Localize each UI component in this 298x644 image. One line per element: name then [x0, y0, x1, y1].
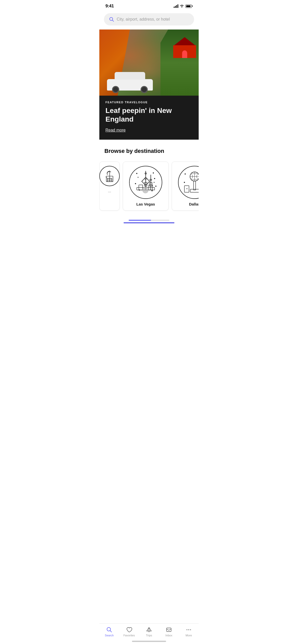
- destination-scroll[interactable]: …: [99, 159, 199, 215]
- svg-point-12: [154, 178, 155, 179]
- browse-title: Browse by destination: [99, 148, 199, 154]
- barn-illustration: [173, 37, 196, 57]
- svg-line-1: [113, 20, 114, 22]
- svg-point-30: [185, 174, 186, 174]
- destination-icon-las-vegas: [129, 166, 162, 199]
- travelogue-image: [99, 30, 199, 96]
- scroll-progress: [99, 215, 199, 227]
- status-icons: [174, 4, 193, 8]
- svg-point-0: [110, 18, 113, 21]
- search-bar[interactable]: City, airport, address, or hotel: [104, 13, 194, 25]
- svg-point-14: [156, 186, 156, 187]
- svg-rect-40: [194, 181, 196, 190]
- svg-point-33: [184, 182, 185, 183]
- progress-bar-2: [124, 222, 174, 223]
- destination-name-dallas: Dallas: [189, 202, 199, 206]
- svg-point-35: [187, 188, 187, 189]
- wifi-icon: [180, 5, 184, 8]
- svg-point-11: [153, 173, 154, 173]
- progress-bar-1: [129, 220, 169, 221]
- status-time: 9:41: [105, 4, 114, 9]
- battery-icon: [185, 5, 193, 8]
- read-more-link[interactable]: Read more: [105, 128, 126, 133]
- destination-card-dallas[interactable]: Dallas: [172, 162, 199, 211]
- car-illustration: [107, 79, 153, 91]
- las-vegas-dot: [142, 187, 148, 193]
- travelogue-content: FEATURED TRAVELOGUE Leaf peepin' in New …: [99, 96, 199, 140]
- travelogue-title: Leaf peepin' in New England: [105, 106, 193, 123]
- svg-point-16: [152, 191, 153, 191]
- destination-name-las-vegas: Las Vegas: [136, 202, 155, 206]
- svg-rect-41: [190, 189, 199, 192]
- svg-point-13: [135, 183, 136, 184]
- svg-point-17: [138, 177, 138, 178]
- browse-section: Browse by destination …: [99, 140, 199, 215]
- search-bar-wrapper: City, airport, address, or hotel: [99, 11, 199, 30]
- svg-point-10: [137, 173, 137, 174]
- search-icon: [109, 17, 114, 22]
- status-bar: 9:41: [99, 0, 199, 11]
- beach-icon: [101, 168, 118, 184]
- destination-card-partial[interactable]: …: [99, 162, 120, 211]
- travelogue-badge: FEATURED TRAVELOGUE: [105, 101, 193, 104]
- svg-point-18: [154, 182, 154, 183]
- destination-icon-partial: [99, 166, 120, 186]
- travelogue-card[interactable]: FEATURED TRAVELOGUE Leaf peepin' in New …: [99, 30, 199, 140]
- destination-card-las-vegas[interactable]: Las Vegas: [123, 162, 169, 211]
- signal-bars-icon: [174, 4, 178, 8]
- destination-icon-dallas: [178, 166, 199, 199]
- search-placeholder: City, airport, address, or hotel: [117, 17, 170, 22]
- destination-name-partial: …: [108, 189, 111, 193]
- dallas-icon: [181, 168, 199, 196]
